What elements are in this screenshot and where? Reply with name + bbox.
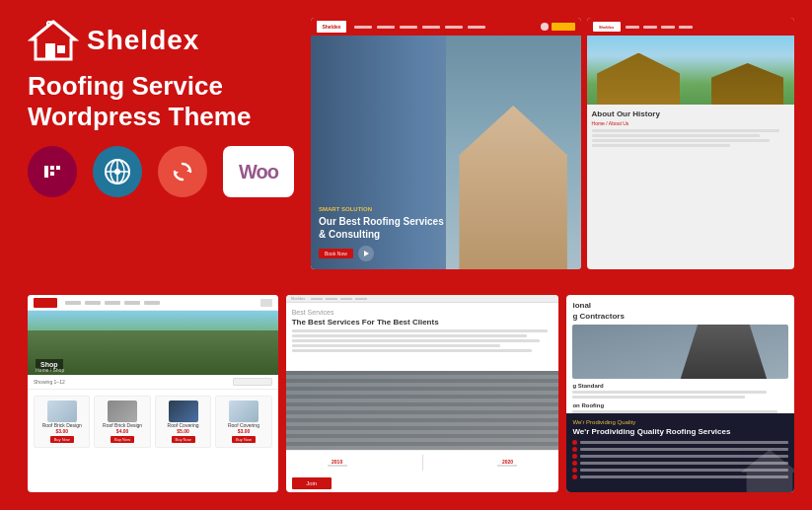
hero-btn-primary[interactable]: Book Now — [319, 249, 353, 258]
wordpress-badge — [93, 146, 142, 197]
hero-main-title: Our Best Roofing Services & Consulting — [319, 215, 447, 241]
right-subtitle: ional — [572, 301, 788, 310]
shop-nav-link-4 — [124, 301, 140, 305]
play-icon — [364, 251, 369, 256]
mnl-3 — [340, 298, 352, 300]
check-dot-5 — [572, 468, 577, 473]
svg-marker-16 — [741, 450, 794, 492]
shop-item-btn-4[interactable]: Buy Now — [232, 436, 256, 443]
right-dark-section: We'r Prodividing Quality We'r Prodividin… — [566, 413, 794, 492]
shop-breadcrumb: Home / Shop — [36, 367, 64, 373]
history-content: About Our History Home / About Us — [587, 105, 794, 269]
hero-bg-image — [446, 36, 581, 269]
shop-nav-link-3 — [105, 301, 120, 305]
svg-rect-5 — [44, 166, 48, 178]
middle-text-content — [292, 329, 554, 352]
shop-mini-nav — [28, 295, 278, 311]
nav-item-home — [354, 26, 372, 29]
dark-services-title: We'r Prodividing Quality Roofing Service… — [572, 427, 788, 436]
history-nav: Sheldex — [587, 18, 794, 36]
shop-nav-search — [260, 299, 272, 307]
shop-item-img-3 — [169, 401, 198, 422]
history-nav-logo: Sheldex — [593, 22, 621, 32]
woocommerce-badge: Woo — [223, 146, 294, 197]
shop-hero: Shop Home / Shop — [28, 311, 278, 375]
history-bg — [587, 36, 794, 105]
hero-cta: SMART SOLUTION Our Best Roofing Services… — [319, 206, 447, 261]
main-mockup: Sheldex — [311, 18, 581, 269]
history-title: About Our History — [592, 109, 789, 118]
nav-items — [354, 26, 485, 29]
history-nav-link-2 — [643, 26, 657, 29]
stat-1: 2010 — [328, 459, 347, 467]
text-line-4 — [592, 144, 730, 147]
shop-nav-link-2 — [85, 301, 101, 305]
text-line-1 — [592, 129, 779, 132]
join-btn[interactable]: Join — [292, 477, 332, 489]
right-top-content: ional g Contractors g Standard on Roofin… — [566, 295, 794, 413]
hero-buttons: Book Now — [319, 246, 447, 261]
shop-item-btn-1[interactable]: Buy Now — [50, 436, 74, 443]
woo-text: Woo — [239, 161, 278, 183]
middle-nav: Sheldex — [286, 295, 559, 303]
shop-nav-links — [65, 301, 160, 305]
text-line-3 — [592, 139, 770, 142]
shop-filter-label: Showing 1–12 — [34, 379, 65, 385]
right-title: g Contractors — [572, 312, 788, 321]
nav-item-shop — [422, 26, 440, 29]
middle-services-title: The Best Services For The Best Clients — [292, 318, 554, 327]
middle-cta: Join — [286, 474, 559, 492]
nav-item-pages — [377, 26, 395, 29]
shop-item-img-4 — [229, 401, 258, 422]
hero-play-btn[interactable] — [358, 246, 374, 261]
shop-forest — [28, 330, 278, 375]
top-screenshots-area: Sheldex — [311, 18, 794, 269]
middle-label: Best Services — [292, 309, 554, 316]
middle-site-label: Sheldex — [291, 296, 305, 301]
nav-actions — [541, 23, 575, 31]
bottom-screenshots-area: Shop Home / Shop Showing 1–12 Roof Brick… — [28, 295, 794, 492]
shop-item-price-3: $5.00 — [177, 428, 189, 434]
dark-quality-label: We'r Prodividing Quality — [572, 419, 788, 425]
middle-stats: 2010 2020 — [286, 450, 559, 474]
right-mockup: ional g Contractors g Standard on Roofin… — [566, 295, 794, 492]
history-mockup: Sheldex About Our History Home / Abo — [587, 18, 794, 269]
history-nav-link-4 — [679, 26, 693, 29]
tagline: Roofing Service Wordpress Theme — [28, 71, 294, 132]
rtl-2 — [572, 396, 745, 399]
stat-2: 2020 — [497, 459, 517, 467]
history-nav-links — [626, 26, 693, 29]
middle-mockup: Sheldex Best Services The Best Services … — [286, 295, 559, 492]
shop-item-3: Roof Covering $5.00 Buy Now — [155, 396, 211, 448]
shop-nav-link-5 — [144, 301, 160, 305]
check-dot-6 — [572, 474, 577, 479]
logo-area: Sheldex — [28, 18, 294, 63]
history-hero — [587, 36, 794, 105]
roof-texture — [286, 371, 559, 450]
svg-rect-6 — [50, 166, 54, 170]
nav-logo-text: Sheldex — [322, 24, 340, 30]
worker-silhouette — [681, 325, 767, 379]
shop-item-btn-3[interactable]: Buy Now — [172, 436, 195, 443]
shop-filter-bar: Showing 1–12 — [28, 375, 278, 390]
right-quality-label: g Standard — [572, 383, 788, 389]
middle-content: Best Services The Best Services For The … — [286, 303, 559, 371]
hero-section: SMART SOLUTION Our Best Roofing Services… — [311, 36, 581, 269]
wordpress-icon — [103, 157, 132, 186]
history-breadcrumb: Home / About Us — [592, 120, 789, 126]
right-worker-img — [572, 325, 788, 379]
hero-house — [459, 106, 566, 269]
mtl-1 — [292, 329, 548, 332]
nav-cta-btn — [552, 23, 575, 31]
refresh-icon — [169, 158, 196, 185]
history-cabin-2 — [711, 63, 784, 105]
shop-sort-select[interactable] — [233, 378, 272, 386]
shop-item-img-1 — [47, 401, 77, 422]
mtl-2 — [292, 334, 527, 337]
nav-item-blog — [445, 26, 463, 29]
history-text-lines — [592, 129, 789, 147]
shop-item-btn-2[interactable]: Buy Now — [111, 436, 134, 443]
logo-text: Sheldex — [87, 25, 199, 56]
shop-item-price-4: $3.00 — [238, 428, 251, 434]
hero-small-label: SMART SOLUTION — [319, 206, 447, 212]
